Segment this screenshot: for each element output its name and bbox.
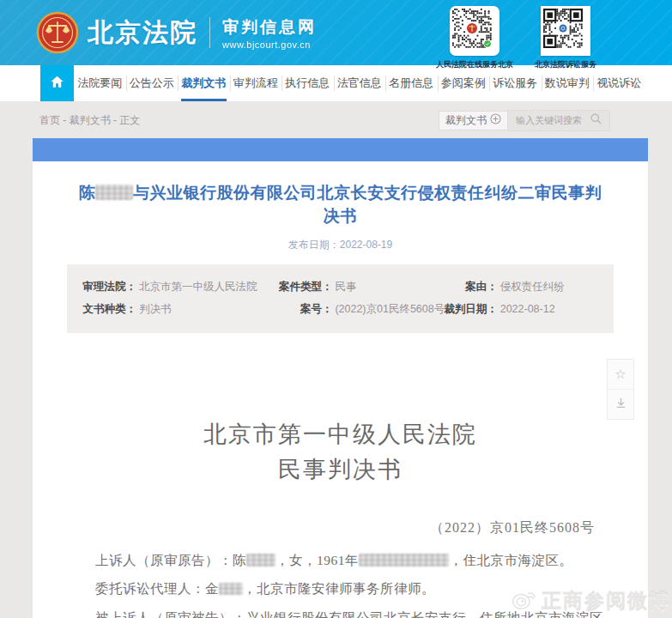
- search-category-label: 裁判文书: [445, 113, 487, 128]
- judgment-document: 北京市第一中级人民法院 民事判决书 （2022）京01民终5608号 上诉人（原…: [33, 419, 648, 618]
- site-subtitle-block: 审判信息网 www.bjcourt.gov.cn: [222, 16, 317, 50]
- meta-value: 2022-08-12: [500, 303, 555, 315]
- document-type-title: 民事判决书: [33, 454, 648, 485]
- meta-label: 审理法院：: [82, 276, 136, 298]
- meta-label: 文书种类：: [82, 298, 136, 320]
- document-paragraph: 被上诉人（原审被告）：兴业银行股份有限公司北京长安支行，住所地北京市海淀区复兴路…: [69, 603, 612, 618]
- case-meta-cell: 文书种类：判决书: [82, 298, 278, 320]
- nav-tab-4[interactable]: 审判流程: [230, 65, 282, 101]
- case-meta-row: 文书种类：判决书案号：(2022)京01民终5608号裁判日期：2022-08-…: [82, 298, 598, 320]
- search-field: [507, 110, 610, 131]
- case-meta-table: 审理法院：北京市第一中级人民法院案件类型：民事案由：侵权责任纠纷文书种类：判决书…: [67, 264, 614, 333]
- site-url: www.bjcourt.gov.cn: [222, 39, 317, 50]
- nav-tab-1[interactable]: 法院要闻: [74, 65, 126, 101]
- meta-value: 侵权责任纠纷: [500, 281, 565, 293]
- star-icon: ☆: [614, 367, 626, 382]
- article-title: 陈与兴业银行股份有限公司北京长安支行侵权责任纠纷二审民事判决书: [76, 182, 605, 227]
- breadcrumb[interactable]: 首页 - 裁判文书 - 正文: [39, 113, 140, 128]
- case-meta-cell: 审理法院：北京市第一中级人民法院: [82, 276, 278, 298]
- court-emblem-logo: [36, 11, 79, 54]
- nav-tab-2[interactable]: 公告公示: [126, 65, 179, 101]
- site-name: 北京法院: [88, 15, 197, 51]
- search-widget: 裁判文书: [439, 111, 610, 130]
- qr-code-1: 人民法院在线服务北京: [435, 6, 514, 70]
- nav-tab-7[interactable]: 名册信息: [385, 65, 438, 101]
- document-body: 上诉人（原审原告）：陈，女，1961年，住北京市海淀区。委托诉讼代理人：金，北京…: [33, 537, 648, 618]
- qr-code-2: 北京法院诉讼服务: [526, 6, 605, 70]
- brand-divider: [209, 17, 210, 48]
- document-case-number: （2022）京01民终5608号: [33, 519, 648, 537]
- brand: 北京法院 审判信息网 www.bjcourt.gov.cn: [36, 11, 317, 54]
- case-meta-cell: 裁判日期：2022-08-12: [444, 298, 598, 320]
- text-segment: 陈: [79, 184, 96, 202]
- search-input[interactable]: [514, 114, 590, 126]
- nav-tab-6[interactable]: 法官信息: [334, 65, 386, 101]
- site-header: 北京法院 审判信息网 www.bjcourt.gov.cn 人民法院在线服务北京…: [0, 0, 672, 65]
- nav-tab-10[interactable]: 数说审判: [542, 65, 594, 101]
- home-icon: [49, 74, 65, 94]
- meta-value: (2022)京01民终5608号: [335, 303, 445, 315]
- nav-home-tab[interactable]: [40, 65, 74, 101]
- text-segment: 上诉人（原审原告）：陈: [95, 553, 246, 567]
- meta-value: 北京市第一中级人民法院: [139, 281, 257, 293]
- text-segment: ，北京市隆安律师事务所律师。: [243, 581, 435, 596]
- case-meta-cell: 案号：(2022)京01民终5608号: [278, 298, 443, 320]
- document-paragraph: 委托诉讼代理人：金，北京市隆安律师事务所律师。: [69, 574, 612, 603]
- circle-plus-icon: [490, 113, 501, 127]
- side-toolbar: ☆: [607, 359, 634, 420]
- qr-code-image: [541, 6, 590, 56]
- case-meta-cell: 案由：侵权责任纠纷: [444, 276, 598, 298]
- qr-code-label: 人民法院在线服务北京: [436, 59, 513, 70]
- meta-label: 案号：: [278, 298, 332, 320]
- redacted-text: [95, 185, 133, 200]
- case-meta-row: 审理法院：北京市第一中级人民法院案件类型：民事案由：侵权责任纠纷: [82, 276, 598, 298]
- search-icon[interactable]: [590, 112, 602, 129]
- text-segment: ，住北京市海淀区。: [449, 553, 572, 567]
- redacted-text: [359, 554, 449, 566]
- section-banner: [33, 138, 648, 161]
- redacted-text: [246, 554, 275, 566]
- meta-value: 判决书: [139, 303, 172, 315]
- main-nav: 法院要闻公告公示裁判文书审判流程执行信息法官信息名册信息参阅案例诉讼服务数说审判…: [0, 65, 672, 102]
- text-segment: 委托诉讼代理人：金: [95, 581, 219, 596]
- meta-label: 裁判日期：: [444, 298, 498, 320]
- nav-tab-9[interactable]: 诉讼服务: [489, 65, 542, 101]
- nav-tab-5[interactable]: 执行信息: [282, 65, 334, 101]
- qr-code-label: 北京法院诉讼服务: [535, 59, 596, 70]
- text-segment: 与兴业银行股份有限公司北京长安支行侵权责任纠纷二审民事判决书: [133, 184, 602, 225]
- search-category-dropdown[interactable]: 裁判文书: [439, 111, 507, 130]
- meta-value: 民事: [335, 281, 356, 293]
- nav-tab-8[interactable]: 参阅案例: [438, 65, 490, 101]
- document-court-name: 北京市第一中级人民法院: [33, 419, 648, 450]
- publish-date-label: 发布日期：: [288, 239, 340, 251]
- nav-tab-11[interactable]: 视说诉讼: [593, 65, 645, 101]
- qr-code-group: 人民法院在线服务北京 北京法院诉讼服务: [435, 6, 605, 70]
- text-segment: ，女，1961年: [275, 553, 359, 567]
- article-card: 陈与兴业银行股份有限公司北京长安支行侵权责任纠纷二审民事判决书 发布日期：202…: [33, 161, 648, 618]
- publish-date-line: 发布日期：2022-08-19: [33, 238, 648, 252]
- text-segment: 被上诉人（原审被告）：兴业银行股份有限公司北京长安支行，住所地北京市海淀区复兴路…: [69, 610, 603, 618]
- qr-code-image: [450, 6, 499, 56]
- page: 北京法院 审判信息网 www.bjcourt.gov.cn 人民法院在线服务北京…: [0, 0, 672, 618]
- breadcrumb-band: 首页 - 裁判文书 - 正文 裁判文书: [0, 102, 672, 138]
- site-subtitle: 审判信息网: [222, 16, 317, 39]
- case-meta-cell: 案件类型：民事: [278, 276, 443, 298]
- document-paragraph: 上诉人（原审原告）：陈，女，1961年，住北京市海淀区。: [69, 546, 612, 574]
- nav-tab-3-active[interactable]: 裁判文书: [178, 65, 230, 101]
- meta-label: 案件类型：: [278, 276, 332, 298]
- redacted-text: [219, 583, 243, 596]
- favorite-button[interactable]: ☆: [608, 360, 633, 389]
- meta-label: 案由：: [444, 276, 498, 298]
- download-button[interactable]: [608, 389, 633, 419]
- download-icon: [614, 397, 627, 413]
- publish-date-value: 2022-08-19: [340, 239, 392, 251]
